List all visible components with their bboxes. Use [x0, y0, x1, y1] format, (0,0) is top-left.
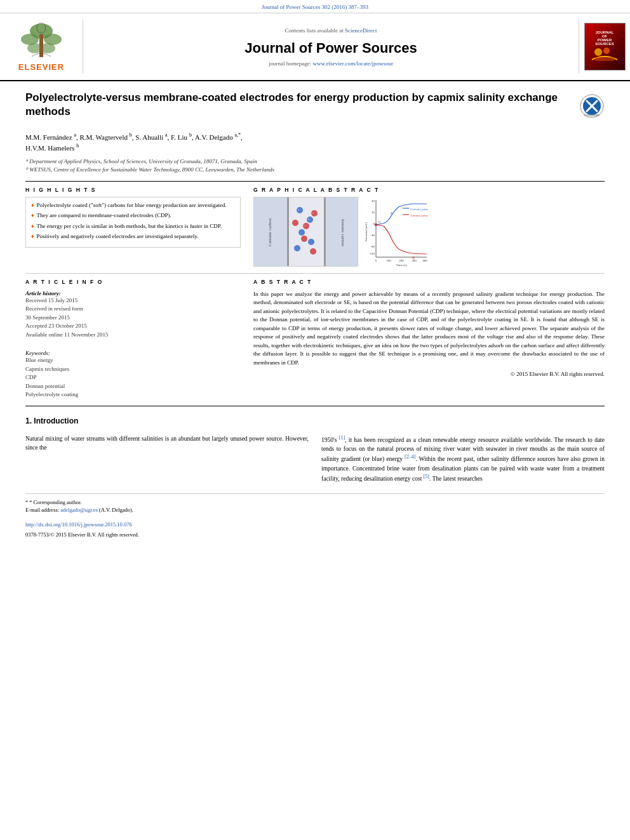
- article-history: Article history: Received 15 July 2015 R…: [25, 290, 241, 340]
- svg-rect-9: [595, 57, 614, 61]
- keyword-5: Polyelectrolyte coating: [25, 390, 241, 399]
- keywords-label: Keywords:: [25, 350, 241, 356]
- intro-text-right: 1950's [1], it has been recognized as a …: [321, 434, 605, 484]
- svg-rect-14: [289, 197, 324, 267]
- svg-text:Cationic polymer: Cationic polymer: [410, 208, 428, 211]
- footer-section: * * Corresponding author. E-mail address…: [25, 493, 605, 538]
- email-note: E-mail address: adelgado@ugr.es (A.V. De…: [25, 507, 605, 514]
- graphical-abstract-heading: G R A P H I C A L A B S T R A C T: [253, 187, 605, 193]
- highlight-text-3: The energy per cycle is similar in both …: [37, 222, 222, 230]
- svg-point-27: [292, 220, 298, 226]
- ga-chart: 40 20 0 -40 -80 -120 Potential (mV) 0 10…: [365, 197, 428, 267]
- svg-text:B: B: [412, 256, 415, 260]
- svg-point-25: [301, 236, 307, 242]
- svg-rect-5: [39, 34, 43, 57]
- keywords-section: Keywords: Blue energy Capmix techniques …: [25, 343, 241, 399]
- highlight-item-3: ♦ The energy per cycle is similar in bot…: [31, 222, 235, 230]
- svg-text:−: −: [304, 223, 306, 229]
- intro-text-left: Natural mixing of water streams with dif…: [25, 434, 309, 453]
- affil-b: ᵇ WETSUS, Centre of Excellence for Susta…: [25, 166, 274, 173]
- email-link[interactable]: adelgado@ugr.es: [60, 507, 98, 513]
- abstract-heading: A B S T R A C T: [253, 279, 605, 285]
- doi-line: http://dx.doi.org/10.1016/j.jpowsour.201…: [25, 521, 605, 529]
- journal-cover-image: JOURNALOFPOWERSOURCES: [584, 23, 626, 70]
- svg-text:40: 40: [372, 199, 375, 203]
- svg-point-20: [298, 229, 305, 236]
- ga-diagram: + + − − Cationic carbon Anionic carbon: [253, 197, 358, 267]
- elsevier-tree-icon: [16, 22, 67, 60]
- elsevier-logo-area: ELSEVIER: [0, 20, 83, 74]
- graphical-abstract-column: G R A P H I C A L A B S T R A C T: [253, 187, 605, 267]
- keyword-1: Blue energy: [25, 356, 241, 365]
- highlight-text-2: They are compared to membrane-coated ele…: [37, 211, 171, 220]
- elsevier-text: ELSEVIER: [18, 62, 64, 72]
- svg-text:CrossMark: CrossMark: [584, 113, 600, 117]
- svg-text:Cationic carbon: Cationic carbon: [267, 218, 272, 246]
- journal-reference-bar: Journal of Power Sources 302 (2016) 387–…: [0, 0, 630, 13]
- svg-text:400: 400: [422, 259, 427, 262]
- intro-heading: 1. Introduction: [25, 417, 605, 425]
- elsevier-logo: ELSEVIER: [16, 22, 67, 72]
- footer-copyright: 0378-7753/© 2015 Elsevier B.V. All right…: [25, 531, 605, 538]
- body-divider: [25, 406, 605, 406]
- intro-body: Natural mixing of water streams with dif…: [25, 434, 605, 484]
- journal-cover-area: JOURNALOFPOWERSOURCES: [579, 20, 630, 74]
- section-divider-1: [25, 273, 605, 274]
- svg-rect-16: [287, 197, 289, 267]
- highlight-item-4: ♦ Positively and negatively coated elect…: [31, 232, 235, 241]
- svg-text:−: −: [312, 211, 314, 216]
- available-date: Available online 11 November 2015: [25, 331, 241, 340]
- highlights-heading: H I G H L I G H T S: [25, 187, 241, 193]
- email-person: (A.V. Delgado).: [99, 507, 133, 513]
- main-content: Polyelectrolyte-versus membrane-coated e…: [0, 81, 630, 547]
- svg-rect-17: [324, 197, 326, 267]
- journal-header-center: Contents lists available at ScienceDirec…: [83, 20, 579, 74]
- bullet-4: ♦: [31, 232, 34, 241]
- svg-text:-80: -80: [370, 245, 375, 248]
- sciencedirect-line: Contents lists available at ScienceDirec…: [285, 27, 377, 34]
- intro-col-right: 1950's [1], it has been recognized as a …: [321, 434, 605, 484]
- introduction-section: 1. Introduction Natural mixing of water …: [25, 417, 605, 484]
- doi-link[interactable]: http://dx.doi.org/10.1016/j.jpowsour.201…: [25, 521, 132, 528]
- svg-text:C: C: [379, 220, 381, 224]
- svg-point-26: [310, 248, 316, 255]
- svg-text:-120: -120: [369, 252, 375, 255]
- highlight-item-1: ♦ Polyelectrolyte coated ("soft") carbon…: [31, 201, 235, 210]
- svg-text:0: 0: [375, 259, 377, 262]
- journal-homepage-link[interactable]: www.elsevier.com/locate/jpowsour: [313, 60, 393, 67]
- keyword-4: Donnan potential: [25, 382, 241, 391]
- journal-header: ELSEVIER Contents lists available at Sci…: [0, 13, 630, 81]
- journal-cover-title: JOURNALOFPOWERSOURCES: [595, 30, 614, 46]
- svg-text:A: A: [390, 211, 393, 215]
- graphical-abstract-content: + + − − Cationic carbon Anionic carbon: [253, 197, 605, 267]
- history-label: Article history:: [25, 290, 241, 297]
- crossmark-badge: CrossMark: [579, 93, 605, 119]
- affil-a: ᵃ Department of Applied Physics, School …: [25, 158, 257, 164]
- sciencedirect-link[interactable]: ScienceDirect: [345, 27, 377, 34]
- highlights-box: ♦ Polyelectrolyte coated ("soft") carbon…: [25, 197, 241, 248]
- keyword-2: Capmix techniques: [25, 365, 241, 374]
- highlight-text-4: Positively and negatively coated electro…: [37, 232, 199, 241]
- affiliations: ᵃ Department of Applied Physics, School …: [25, 157, 605, 175]
- bullet-1: ♦: [31, 201, 34, 210]
- svg-text:Anionic carbon: Anionic carbon: [340, 218, 345, 246]
- svg-point-22: [294, 245, 300, 251]
- corresponding-label: * Corresponding author.: [29, 499, 81, 505]
- svg-text:20: 20: [372, 211, 375, 214]
- received-date: Received 15 July 2015: [25, 297, 241, 305]
- accepted-date: Accepted 23 October 2015: [25, 322, 241, 331]
- intro-col-left: Natural mixing of water streams with dif…: [25, 434, 309, 484]
- highlights-column: H I G H L I G H T S ♦ Polyelectrolyte co…: [25, 187, 241, 267]
- title-divider: [25, 181, 605, 182]
- svg-text:-40: -40: [370, 234, 375, 237]
- authors-line: M.M. Fernández a, R.M. Wagterveld b, S. …: [25, 131, 605, 153]
- bullet-2: ♦: [31, 211, 34, 220]
- svg-text:Potential (mV): Potential (mV): [365, 222, 368, 241]
- article-info-heading: A R T I C L E I N F O: [25, 279, 241, 285]
- email-label: E-mail address:: [25, 507, 59, 513]
- svg-point-50: [375, 223, 377, 226]
- info-abstract-row: A R T I C L E I N F O Article history: R…: [25, 279, 605, 399]
- highlight-item-2: ♦ They are compared to membrane-coated e…: [31, 211, 235, 220]
- svg-point-21: [308, 239, 314, 245]
- revised-date: Received in revised form Received in rev…: [25, 305, 241, 322]
